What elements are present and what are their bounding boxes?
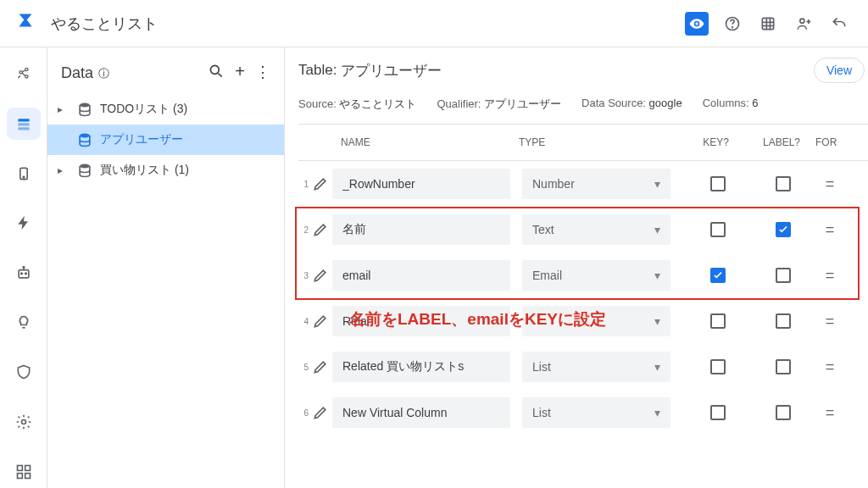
column-name-input[interactable] bbox=[332, 397, 510, 428]
rail-security-icon[interactable] bbox=[7, 356, 41, 389]
svg-rect-27 bbox=[25, 465, 30, 470]
tree-item[interactable]: アプリユーザー bbox=[47, 125, 284, 155]
key-checkbox[interactable] bbox=[710, 359, 726, 374]
table-row: 2 Text▾ = bbox=[298, 207, 868, 252]
data-tree: ▸TODOリスト (3)アプリユーザー▸買い物リスト (1) bbox=[47, 94, 284, 186]
chevron-icon: ▸ bbox=[58, 103, 70, 115]
formula-button[interactable]: = bbox=[817, 404, 843, 422]
column-name-input[interactable] bbox=[332, 214, 510, 245]
column-name-input[interactable] bbox=[332, 260, 510, 291]
table-title: Table: アプリユーザー View bbox=[298, 58, 868, 93]
svg-point-23 bbox=[23, 267, 25, 269]
main: Data ⓘ + ⋮ ▸TODOリスト (3)アプリユーザー▸買い物リスト (1… bbox=[0, 47, 868, 488]
formula-button[interactable]: = bbox=[817, 313, 843, 330]
column-type-select[interactable]: Email▾ bbox=[522, 260, 670, 291]
label-checkbox[interactable] bbox=[776, 313, 791, 329]
undo-icon[interactable] bbox=[827, 12, 851, 36]
edit-icon[interactable] bbox=[309, 267, 332, 284]
svg-rect-15 bbox=[18, 123, 29, 125]
key-checkbox[interactable] bbox=[710, 405, 726, 420]
svg-point-25 bbox=[21, 420, 25, 424]
key-checkbox[interactable] bbox=[710, 176, 726, 191]
table-row: 3 Email▾ = bbox=[298, 252, 868, 298]
tree-item[interactable]: ▸TODOリスト (3) bbox=[47, 94, 284, 125]
row-number: 2 bbox=[298, 225, 309, 235]
help-icon[interactable] bbox=[721, 12, 744, 36]
svg-rect-28 bbox=[17, 473, 22, 478]
key-checkbox[interactable] bbox=[710, 222, 726, 237]
info-icon[interactable]: ⓘ bbox=[98, 66, 109, 81]
table-row: 5 List▾ = bbox=[298, 344, 868, 390]
column-name-input[interactable] bbox=[332, 169, 510, 199]
column-type-select[interactable]: Text▾ bbox=[522, 214, 670, 245]
nav-rail bbox=[0, 47, 47, 488]
col-type-header: TYPE bbox=[519, 136, 684, 148]
row-number: 5 bbox=[298, 363, 309, 372]
edit-icon[interactable] bbox=[309, 175, 332, 192]
svg-point-33 bbox=[80, 134, 90, 138]
rail-bot-icon[interactable] bbox=[7, 257, 41, 290]
svg-point-34 bbox=[80, 164, 90, 169]
row-number: 3 bbox=[298, 271, 309, 280]
svg-point-21 bbox=[25, 273, 26, 274]
search-icon[interactable] bbox=[208, 63, 225, 84]
tree-item-label: アプリユーザー bbox=[100, 132, 183, 147]
col-key-header: KEY? bbox=[684, 136, 748, 148]
edit-icon[interactable] bbox=[309, 404, 332, 421]
svg-point-12 bbox=[25, 69, 27, 71]
key-checkbox[interactable] bbox=[710, 313, 726, 329]
rail-intelligence-icon[interactable] bbox=[7, 306, 41, 339]
svg-rect-29 bbox=[25, 473, 30, 478]
rail-home-icon[interactable] bbox=[7, 58, 41, 91]
table-row: 1 Number▾ = bbox=[298, 161, 868, 207]
label-checkbox[interactable] bbox=[776, 359, 791, 374]
grid-icon[interactable] bbox=[756, 12, 780, 36]
label-checkbox[interactable] bbox=[776, 222, 791, 237]
svg-rect-16 bbox=[18, 127, 29, 130]
top-bar: やることリスト bbox=[0, 0, 868, 47]
svg-rect-3 bbox=[762, 18, 773, 29]
top-actions bbox=[685, 12, 851, 36]
col-label-header: LABEL? bbox=[748, 136, 815, 148]
edit-icon[interactable] bbox=[309, 221, 332, 238]
more-icon[interactable]: ⋮ bbox=[255, 63, 270, 84]
svg-line-31 bbox=[219, 74, 222, 77]
add-icon[interactable]: + bbox=[235, 63, 245, 84]
formula-button[interactable]: = bbox=[817, 221, 843, 239]
row-number: 1 bbox=[298, 180, 309, 189]
meta-row: Source: やることリスト Qualifier: アプリユーザー Data … bbox=[298, 93, 868, 125]
col-name-header: NAME bbox=[324, 136, 519, 148]
label-checkbox[interactable] bbox=[776, 405, 791, 420]
share-icon[interactable] bbox=[792, 12, 815, 36]
column-type-select[interactable]: Number▾ bbox=[522, 169, 670, 199]
column-name-input[interactable] bbox=[332, 352, 510, 382]
preview-icon[interactable] bbox=[685, 12, 709, 36]
view-button[interactable]: View bbox=[814, 58, 865, 83]
rail-actions-icon[interactable] bbox=[7, 207, 41, 240]
rail-manage-icon[interactable] bbox=[7, 455, 41, 488]
edit-icon[interactable] bbox=[309, 358, 332, 375]
app-title: やることリスト bbox=[51, 14, 158, 34]
row-number: 6 bbox=[298, 408, 309, 418]
edit-icon[interactable] bbox=[309, 313, 332, 330]
data-panel: Data ⓘ + ⋮ ▸TODOリスト (3)アプリユーザー▸買い物リスト (1… bbox=[47, 47, 285, 488]
column-type-select[interactable]: List▾ bbox=[522, 352, 670, 382]
svg-point-8 bbox=[800, 19, 804, 23]
panel-header: Data ⓘ + ⋮ bbox=[47, 58, 284, 94]
label-checkbox[interactable] bbox=[776, 176, 791, 191]
label-checkbox[interactable] bbox=[776, 268, 791, 283]
rail-views-icon[interactable] bbox=[7, 157, 41, 190]
svg-point-20 bbox=[20, 273, 22, 274]
key-checkbox[interactable] bbox=[710, 268, 726, 283]
formula-button[interactable]: = bbox=[817, 175, 843, 193]
formula-button[interactable]: = bbox=[817, 267, 843, 285]
rail-settings-icon[interactable] bbox=[7, 406, 41, 439]
formula-button[interactable]: = bbox=[817, 358, 843, 376]
col-for-header: FOR bbox=[815, 136, 849, 148]
svg-point-18 bbox=[23, 176, 25, 178]
svg-point-30 bbox=[211, 65, 220, 74]
tree-item-label: TODOリスト (3) bbox=[100, 102, 187, 117]
column-type-select[interactable]: List▾ bbox=[522, 397, 670, 428]
tree-item[interactable]: ▸買い物リスト (1) bbox=[47, 155, 284, 186]
rail-data-icon[interactable] bbox=[7, 108, 41, 141]
